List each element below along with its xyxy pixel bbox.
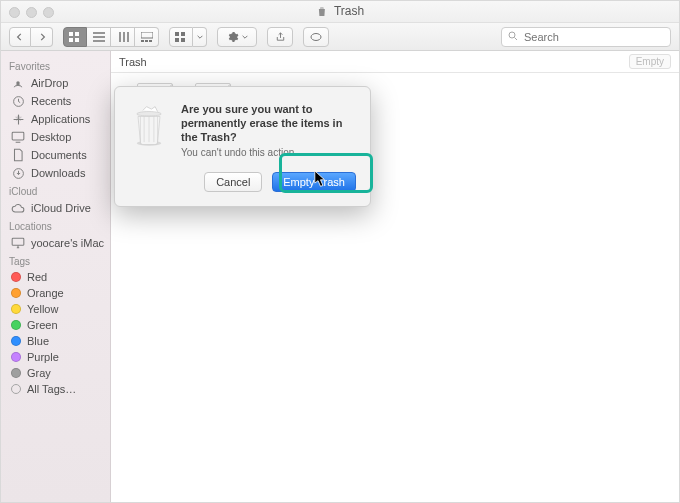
back-button[interactable] xyxy=(9,27,31,47)
path-bar: Trash Empty xyxy=(111,51,679,73)
sidebar-item-label: Red xyxy=(27,271,47,283)
tags-button[interactable] xyxy=(303,27,329,47)
sidebar-item-label: Downloads xyxy=(31,167,85,179)
trash-icon xyxy=(316,5,328,18)
sidebar-item-label: Recents xyxy=(31,95,71,107)
fullscreen-window-button[interactable] xyxy=(43,7,54,18)
finder-window: Trash xyxy=(0,0,680,503)
sidebar-item-recents[interactable]: Recents xyxy=(1,92,110,110)
sidebar-tag-yellow[interactable]: Yellow xyxy=(1,301,110,317)
share-button[interactable] xyxy=(267,27,293,47)
arrange-group xyxy=(169,27,207,47)
empty-trash-dialog: Are you sure you want to permanently era… xyxy=(114,86,371,207)
toolbar xyxy=(1,23,679,51)
svg-rect-2 xyxy=(69,38,73,42)
arrange-menu-button[interactable] xyxy=(193,27,207,47)
sidebar-item-label: Orange xyxy=(27,287,64,299)
view-icon-button[interactable] xyxy=(63,27,87,47)
tag-dot xyxy=(11,272,21,282)
svg-rect-7 xyxy=(149,40,152,42)
empty-trash-pill[interactable]: Empty xyxy=(629,54,671,69)
sidebar-tag-gray[interactable]: Gray xyxy=(1,365,110,381)
arrange-button[interactable] xyxy=(169,27,193,47)
window-title: Trash xyxy=(316,4,364,18)
sidebar-header-locations: Locations xyxy=(1,217,110,234)
nav-buttons xyxy=(9,27,53,47)
view-columns-button[interactable] xyxy=(111,27,135,47)
sidebar-item-label: Purple xyxy=(27,351,59,363)
tag-all-icon xyxy=(11,384,21,394)
tag-dot xyxy=(11,288,21,298)
svg-rect-6 xyxy=(145,40,148,42)
share-icon xyxy=(275,31,286,43)
sidebar-item-applications[interactable]: Applications xyxy=(1,110,110,128)
sidebar-tag-orange[interactable]: Orange xyxy=(1,285,110,301)
sidebar-tag-all[interactable]: All Tags… xyxy=(1,381,110,397)
sidebar-item-label: AirDrop xyxy=(31,77,68,89)
cloud-icon xyxy=(11,201,25,215)
sidebar-tag-blue[interactable]: Blue xyxy=(1,333,110,349)
svg-rect-9 xyxy=(181,32,185,36)
titlebar: Trash xyxy=(1,1,679,23)
svg-rect-16 xyxy=(12,132,24,140)
tag-icon xyxy=(310,32,322,42)
svg-rect-10 xyxy=(175,38,179,42)
sidebar-item-label: Green xyxy=(27,319,58,331)
apps-icon xyxy=(11,112,25,126)
gear-icon xyxy=(227,31,239,43)
sidebar-item-label: Yellow xyxy=(27,303,58,315)
sidebar-item-label: Desktop xyxy=(31,131,71,143)
svg-rect-18 xyxy=(12,238,24,245)
sidebar-tag-red[interactable]: Red xyxy=(1,269,110,285)
sidebar-item-desktop[interactable]: Desktop xyxy=(1,128,110,146)
sidebar-item-label: Documents xyxy=(31,149,87,161)
dialog-headline: Are you sure you want to permanently era… xyxy=(181,103,356,144)
sidebar-item-label: All Tags… xyxy=(27,383,76,395)
doc-icon xyxy=(11,148,25,162)
sidebar-item-label: iCloud Drive xyxy=(31,202,91,214)
airdrop-icon xyxy=(11,76,25,90)
action-menu-button[interactable] xyxy=(217,27,257,47)
search-field[interactable] xyxy=(501,27,671,47)
sidebar-tag-green[interactable]: Green xyxy=(1,317,110,333)
svg-rect-1 xyxy=(75,32,79,36)
empty-trash-button[interactable]: Empty Trash xyxy=(272,172,356,192)
tag-dot xyxy=(11,336,21,346)
view-list-button[interactable] xyxy=(87,27,111,47)
sidebar-tag-purple[interactable]: Purple xyxy=(1,349,110,365)
view-gallery-button[interactable] xyxy=(135,27,159,47)
sidebar-item-downloads[interactable]: Downloads xyxy=(1,164,110,182)
sidebar-item-airdrop[interactable]: AirDrop xyxy=(1,74,110,92)
sidebar-item-icloud-drive[interactable]: iCloud Drive xyxy=(1,199,110,217)
svg-rect-4 xyxy=(141,32,153,38)
sidebar-header-icloud: iCloud xyxy=(1,182,110,199)
minimize-window-button[interactable] xyxy=(26,7,37,18)
dialog-subtext: You can't undo this action. xyxy=(181,147,356,158)
search-icon xyxy=(507,30,519,42)
search-input[interactable] xyxy=(501,27,671,47)
tag-dot xyxy=(11,352,21,362)
traffic-lights xyxy=(9,7,54,18)
tag-dot xyxy=(11,320,21,330)
svg-rect-5 xyxy=(141,40,144,42)
desktop-icon xyxy=(11,130,25,144)
sidebar-item-documents[interactable]: Documents xyxy=(1,146,110,164)
sidebar-item-label: Blue xyxy=(27,335,49,347)
path-location: Trash xyxy=(119,56,147,68)
tag-dot xyxy=(11,368,21,378)
close-window-button[interactable] xyxy=(9,7,20,18)
dialog-message: Are you sure you want to permanently era… xyxy=(181,103,356,192)
window-title-text: Trash xyxy=(334,4,364,18)
cancel-button[interactable]: Cancel xyxy=(204,172,262,192)
chevron-down-icon xyxy=(242,34,248,40)
trash-full-icon xyxy=(129,103,169,147)
sidebar-header-tags: Tags xyxy=(1,252,110,269)
forward-button[interactable] xyxy=(31,27,53,47)
svg-rect-3 xyxy=(75,38,79,42)
sidebar: Favorites AirDrop Recents Applications D… xyxy=(1,51,111,502)
sidebar-header-favorites: Favorites xyxy=(1,57,110,74)
imac-icon xyxy=(11,236,25,250)
svg-point-13 xyxy=(509,32,515,38)
sidebar-item-imac[interactable]: yoocare's iMac xyxy=(1,234,110,252)
svg-rect-8 xyxy=(175,32,179,36)
